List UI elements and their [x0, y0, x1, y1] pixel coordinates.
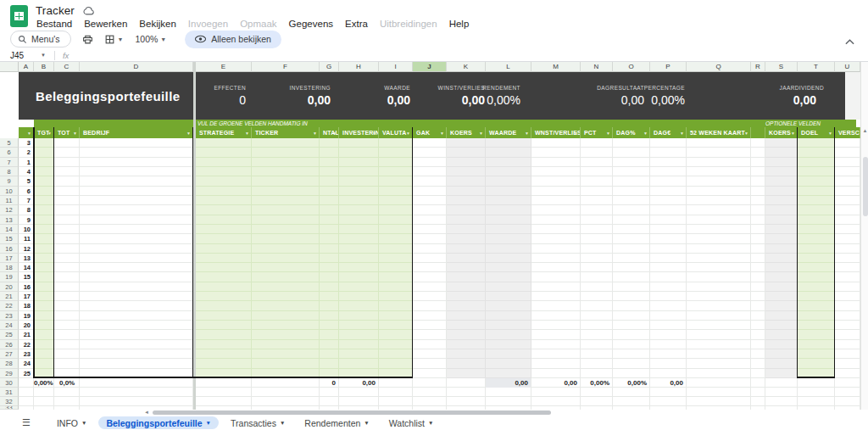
sheet-tab-caret-icon[interactable]: ▼ — [81, 420, 86, 426]
filter-icon[interactable]: ▼ — [313, 127, 317, 138]
table-header-GAK[interactable]: GAK▼ — [413, 127, 447, 138]
data-column-P[interactable] — [650, 138, 687, 378]
filter-icon[interactable]: ▼ — [440, 127, 444, 138]
row-header-14[interactable]: 14 — [0, 225, 19, 234]
filter-icon[interactable]: ▼ — [479, 127, 483, 138]
sheet-tab-beleggingsportefeuille[interactable]: Beleggingsportefeuille▼ — [98, 416, 219, 429]
data-column-C[interactable] — [54, 138, 80, 378]
data-column-O[interactable] — [613, 138, 650, 378]
index-cell-a29[interactable]: 25 — [19, 369, 33, 378]
index-cell-a21[interactable]: 17 — [19, 292, 33, 301]
zoom-control[interactable]: 100% ▼ — [135, 34, 166, 44]
row-header-11[interactable]: 11 — [0, 196, 19, 205]
column-header-F[interactable]: F — [252, 62, 320, 72]
row-header-24[interactable]: 24 — [0, 321, 19, 330]
column-header-S[interactable]: S — [765, 62, 798, 72]
index-cell-a13[interactable]: 9 — [19, 215, 33, 225]
document-title[interactable]: Tracker — [36, 4, 75, 17]
lower-column-D[interactable] — [80, 378, 193, 410]
table-header-STRATEGIE[interactable]: STRATEGIE▼ — [196, 127, 252, 138]
index-cell-a11[interactable]: 7 — [19, 196, 33, 205]
row-header-29[interactable]: 29 — [0, 369, 19, 378]
data-column-S[interactable] — [765, 138, 798, 378]
view-only-chip[interactable]: Alleen bekijken — [185, 31, 281, 48]
index-cell-a24[interactable]: 20 — [19, 321, 33, 330]
lower-column-E[interactable] — [196, 378, 252, 410]
totals-cell-N30[interactable]: 0,00% — [581, 378, 612, 388]
index-cell-a12[interactable]: 8 — [19, 205, 33, 215]
row-header-13[interactable]: 13 — [0, 215, 19, 225]
data-column-U[interactable] — [835, 138, 860, 378]
filter-icon[interactable]: ▼ — [680, 127, 684, 138]
data-column-I[interactable] — [379, 138, 413, 378]
column-header-A[interactable]: A — [19, 62, 34, 72]
table-header-TGT[interactable]: TGT▼ — [34, 127, 54, 138]
table-header-KOERS[interactable]: KOERS▼ — [447, 127, 486, 138]
column-header-T[interactable]: T — [798, 62, 835, 72]
row-header-25[interactable]: 25 — [0, 330, 19, 339]
row-header-28[interactable]: 28 — [0, 359, 19, 368]
row-header-26[interactable]: 26 — [0, 340, 19, 349]
row-header-6[interactable]: 6 — [0, 148, 19, 157]
column-header-D[interactable]: D — [80, 62, 193, 72]
column-header-B[interactable]: B — [34, 62, 54, 72]
index-cell-a23[interactable]: 19 — [19, 311, 33, 321]
sheet-tab-caret-icon[interactable]: ▼ — [364, 420, 369, 426]
filter-icon[interactable]: ▼ — [643, 127, 648, 138]
table-header-52 WEKEN KAART[interactable]: 52 WEKEN KAART▼ — [687, 127, 751, 138]
column-header-P[interactable]: P — [650, 62, 687, 72]
lower-column-I[interactable] — [379, 378, 413, 410]
data-column-Q[interactable] — [687, 138, 751, 378]
row-header-12[interactable]: 12 — [0, 205, 19, 215]
table-header-DAG€[interactable]: DAG€▼ — [650, 127, 687, 138]
index-cell-a22[interactable]: 18 — [19, 301, 33, 310]
index-cell-a25[interactable]: 21 — [19, 330, 33, 339]
data-column-K[interactable] — [447, 138, 486, 378]
totals-cell-C30[interactable]: 0,0% — [54, 378, 79, 388]
totals-cell-B30[interactable]: 0,00% — [34, 378, 53, 388]
table-header-BEDRIJF[interactable]: BEDRIJF▼ — [80, 127, 193, 138]
column-header-E[interactable]: E — [196, 62, 252, 72]
index-cell-a19[interactable]: 15 — [19, 272, 33, 282]
filter-icon[interactable]: ▼ — [828, 127, 832, 138]
index-cell-a5[interactable]: 3 — [19, 138, 33, 148]
lower-column-Q[interactable] — [687, 378, 751, 410]
row-header-8[interactable]: 8 — [0, 167, 19, 176]
lower-column-A[interactable] — [19, 378, 34, 410]
row-header-5[interactable]: 5 — [0, 138, 19, 148]
table-header-WAARDE[interactable]: WAARDE▼ — [486, 127, 531, 138]
index-cell-a7[interactable]: 1 — [19, 158, 33, 167]
table-header-INVESTERING[interactable]: INVESTERING▼ — [339, 127, 379, 138]
row-header-27[interactable]: 27 — [0, 349, 19, 359]
row-header-22[interactable]: 22 — [0, 301, 19, 310]
lower-column-T[interactable] — [798, 378, 835, 410]
filter-icon[interactable]: ▼ — [791, 127, 795, 138]
column-header-H[interactable]: H — [339, 62, 379, 72]
row-header-20[interactable]: 20 — [0, 282, 19, 292]
scroll-left-icon[interactable]: ◄ — [144, 410, 149, 415]
index-cell-a20[interactable]: 16 — [19, 282, 33, 292]
totals-cell-M30[interactable]: 0,00 — [531, 378, 580, 388]
lower-column-K[interactable] — [447, 378, 486, 410]
data-column-G[interactable] — [320, 138, 339, 378]
data-column-J[interactable] — [413, 138, 447, 378]
sheet-tab-rendementen[interactable]: Rendementen▼ — [297, 416, 376, 429]
horizontal-scrollbar[interactable]: ◄ — [0, 410, 868, 416]
menus-search[interactable]: Menu's — [10, 31, 71, 47]
name-box[interactable]: J45 — [10, 51, 41, 60]
column-header-J[interactable]: J — [413, 62, 447, 72]
totals-cell-P30[interactable]: 0,00 — [650, 378, 686, 388]
filter-icon[interactable]: ▼ — [406, 127, 410, 138]
row-header-17[interactable]: 17 — [0, 254, 19, 263]
row-header-19[interactable]: 19 — [0, 272, 19, 282]
column-header-L[interactable]: L — [486, 62, 531, 72]
horizontal-scrollbar-thumb[interactable] — [153, 410, 551, 415]
lower-column-S[interactable] — [765, 378, 798, 410]
row-header-18[interactable]: 18 — [0, 263, 19, 272]
column-header-Q[interactable]: Q — [687, 62, 751, 72]
data-column-B[interactable] — [34, 138, 54, 378]
all-sheets-menu-icon[interactable]: ☰ — [22, 417, 31, 428]
filter-icon[interactable]: ▼ — [525, 127, 529, 138]
totals-cell-L30[interactable]: 0,00 — [486, 378, 531, 388]
table-header-KOERS[interactable]: KOERS▼ — [765, 127, 798, 138]
